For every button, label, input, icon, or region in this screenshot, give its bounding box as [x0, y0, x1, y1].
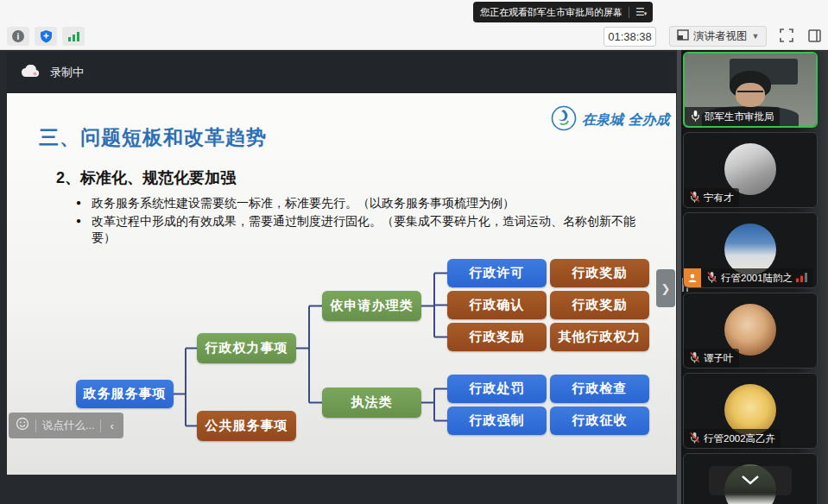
- diagram-node-r2c1: 行政确认: [447, 291, 547, 319]
- view-mode-label: 演讲者视图: [693, 29, 748, 44]
- participant-name: 行管2001陆韵之: [721, 272, 793, 285]
- participant-tile-6[interactable]: [683, 453, 818, 504]
- avatar: [724, 304, 776, 356]
- scroll-participants-button[interactable]: [709, 466, 792, 495]
- mic-muted-icon: [689, 432, 700, 445]
- mic-icon: [690, 110, 701, 123]
- panel-collapse-handle[interactable]: ❯: [656, 269, 675, 307]
- participant-tile-1[interactable]: 邵军生市审批局: [683, 52, 818, 128]
- top-toolbar: i 01:38:38 演讲者视图 ▼: [0, 0, 828, 50]
- slide-subtitle: 2、标准化、规范化要加强: [56, 167, 236, 188]
- diagram-node-e2c2: 行政征收: [550, 406, 649, 435]
- info-icon[interactable]: i: [7, 27, 29, 46]
- recording-label: 录制中: [50, 65, 84, 80]
- chevron-down-icon: ▼: [752, 32, 760, 41]
- svg-text:i: i: [17, 32, 20, 41]
- slide-title: 三、问题短板和改革趋势: [39, 124, 267, 151]
- diagram-node-ggfw: 公共服务事项: [197, 411, 296, 441]
- diagram-node-zff: 执法类: [322, 387, 421, 418]
- diagram-node-e2c1: 行政强制: [447, 406, 547, 435]
- diagram-node-r3c1: 行政奖励: [447, 323, 547, 351]
- member-badge-icon: [684, 268, 701, 287]
- mic-muted-icon: [689, 191, 700, 205]
- diagram-node-r1c2: 行政奖励: [550, 259, 649, 287]
- view-mode-button[interactable]: 演讲者视图 ▼: [669, 26, 767, 47]
- avatar: [724, 224, 776, 275]
- slide-bullet-2: 改革过程中形成的有效成果，需要通过制度进行固化。（要集成不要碎片化，造词运动、名…: [76, 213, 646, 247]
- diagram-node-xzql: 行政权力事项: [197, 333, 296, 363]
- banner-menu-icon[interactable]: ☰▾: [635, 6, 646, 18]
- network-signal-icon[interactable]: [62, 27, 85, 46]
- logo-emblem-icon: [551, 105, 577, 135]
- avatar: [724, 384, 776, 436]
- watching-banner: 您正在观看邵军生市审批局的屏幕 ☰▾: [473, 2, 653, 22]
- chevron-down-icon: [741, 473, 760, 488]
- fullscreen-icon[interactable]: [775, 26, 798, 45]
- cloud-recording-icon: [21, 65, 40, 81]
- poor-signal-icon: [796, 272, 807, 284]
- logo-text: 在泉城 全办成: [582, 111, 670, 129]
- participant-name: 宁有才: [704, 192, 734, 205]
- avatar: [724, 143, 776, 195]
- participant-tile-2[interactable]: 宁有才: [683, 132, 818, 208]
- slide-bullets: 政务服务系统性建设需要统一标准，标准要先行。（以政务服务事项梳理为例）改革过程中…: [76, 195, 646, 248]
- slide-logo: 在泉城 全办成: [551, 105, 670, 135]
- diagram-node-e1c1: 行政处罚: [447, 375, 547, 403]
- side-panel-icon[interactable]: [803, 26, 825, 45]
- diagram-node-r2c2: 行政奖励: [550, 291, 649, 319]
- participants-sidebar: 邵军生市审批局宁有才行管2001陆韵之谭子叶行管2002高乙卉: [677, 50, 828, 504]
- participant-tile-4[interactable]: 谭子叶: [683, 293, 818, 369]
- mic-muted-icon: [706, 271, 717, 285]
- meeting-timer: 01:38:38: [604, 27, 656, 47]
- shield-plus-icon[interactable]: [35, 27, 57, 46]
- participant-name: 邵军生市审批局: [705, 110, 774, 123]
- participant-name: 谭子叶: [704, 352, 734, 365]
- diagram-node-zwfw: 政务服务事项: [76, 380, 174, 408]
- slide-bullet-1: 政务服务系统性建设需要统一标准，标准要先行。（以政务服务事项梳理为例）: [76, 195, 646, 212]
- speaker-view-icon: [677, 29, 689, 43]
- chat-placeholder: 说点什么...: [42, 419, 94, 433]
- watching-banner-text: 您正在观看邵军生市审批局的屏幕: [480, 6, 623, 19]
- participant-tile-5[interactable]: 行管2002高乙卉: [683, 373, 818, 449]
- diagram-node-ysq: 依申请办理类: [322, 291, 421, 321]
- diagram-node-r1c1: 行政许可: [447, 259, 547, 287]
- participant-name: 行管2002高乙卉: [704, 432, 775, 445]
- diagram-node-r3c2: 其他行政权力: [550, 323, 649, 351]
- mic-muted-icon: [689, 351, 700, 365]
- participant-tile-3[interactable]: 行管2001陆韵之: [683, 212, 818, 288]
- recording-bar: 录制中: [7, 52, 676, 93]
- diagram-node-e1c2: 行政检查: [550, 375, 649, 403]
- chat-input[interactable]: 说点什么... ‹: [9, 413, 123, 438]
- emoji-icon[interactable]: [16, 417, 29, 434]
- chevron-left-icon[interactable]: ‹: [107, 419, 116, 432]
